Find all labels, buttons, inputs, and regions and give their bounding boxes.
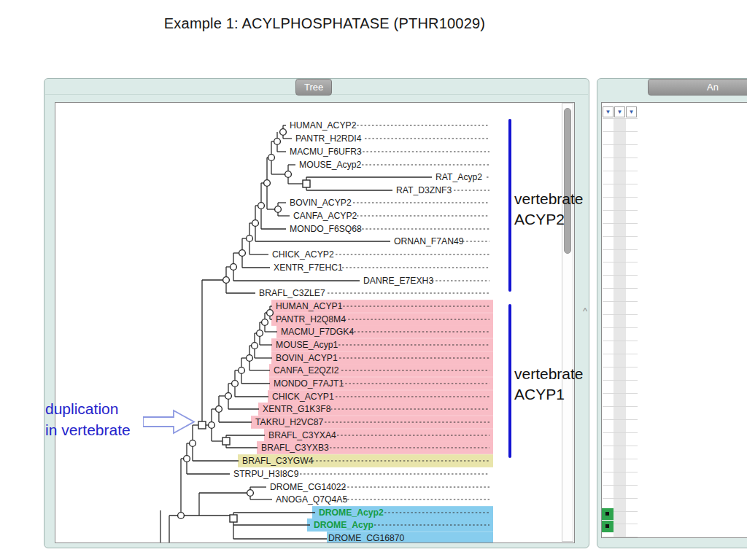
annotation-grid-line — [603, 380, 638, 381]
annotation-mark-green[interactable] — [602, 521, 614, 532]
annotation-grid-line — [603, 446, 638, 446]
tree-leaf-label[interactable]: CHICK_ACYP2 — [272, 249, 334, 260]
annotation-grid-line — [603, 354, 638, 354]
panel-divider-chevron-icon[interactable]: ^ — [583, 306, 587, 316]
speciation-node-icon[interactable] — [275, 206, 282, 213]
speciation-node-icon[interactable] — [257, 330, 263, 337]
annotation-grid-line — [603, 485, 638, 486]
tree-scrollbar-thumb[interactable] — [564, 108, 571, 254]
annotation-grid-line — [603, 223, 638, 224]
tree-leaf-label[interactable]: XENTR_G1K3F8 — [263, 404, 331, 414]
speciation-node-icon[interactable] — [285, 171, 292, 178]
annotation-mark-green[interactable] — [602, 508, 614, 520]
tree-leaf-label[interactable]: DANRE_E7EXH3 — [363, 276, 433, 286]
duplication-node-icon[interactable] — [222, 438, 230, 445]
speciation-node-icon[interactable] — [258, 203, 265, 209]
tree-leaf-label[interactable]: CANFA_E2QZI2 — [274, 365, 339, 376]
tab-tree[interactable]: Tree — [295, 79, 332, 96]
column-filter-dropdown-triangle-icon[interactable]: ▼ — [614, 106, 625, 117]
annotation-grid-line — [603, 314, 638, 315]
speciation-node-icon[interactable] — [247, 236, 253, 242]
annotation-grid-line — [603, 327, 638, 328]
annotation-grid-line — [603, 144, 638, 145]
annotation-grid-line — [603, 131, 638, 132]
tree-leaf-label[interactable]: TAKRU_H2VC87 — [255, 417, 323, 427]
column-filter-dropdown-triangle-icon[interactable]: ▼ — [626, 106, 637, 117]
tree-leaf-label[interactable]: BRAFL_C3YGW4 — [242, 456, 314, 466]
annotation-grid-line — [603, 472, 638, 472]
annotation-grid-line — [603, 406, 638, 407]
speciation-node-icon[interactable] — [209, 422, 215, 429]
tab-annotations[interactable]: An — [648, 79, 747, 96]
speciation-node-icon[interactable] — [280, 129, 287, 136]
speciation-node-icon[interactable] — [247, 355, 253, 362]
tree-leaf-label[interactable]: BOVIN_ACYP1 — [276, 353, 338, 363]
tree-leaf-label[interactable]: CANFA_ACYP2 — [293, 211, 357, 221]
annotation-grid-line — [603, 537, 638, 537]
tree-leaf-label[interactable]: MACMU_F7DGK4 — [281, 327, 354, 337]
tree-leaf-label[interactable]: DROME_Acyp — [314, 520, 374, 530]
clade-bracket-acyp2 — [508, 119, 511, 292]
speciation-node-icon[interactable] — [184, 456, 190, 462]
tree-leaf-label[interactable]: BRAFL_C3ZLE7 — [259, 288, 325, 298]
speciation-node-icon[interactable] — [239, 368, 245, 374]
annotation-grid-line — [603, 118, 638, 119]
tree-leaf-label[interactable]: RAT_Acyp2 — [436, 172, 482, 182]
tree-leaf-label[interactable]: DROME_CG14022 — [270, 482, 347, 492]
duplication-node-icon[interactable] — [230, 515, 237, 522]
phylogenetic-tree-canvas[interactable]: HUMAN_ACYP2PANTR_H2RDI4MACMU_F6UFR3MOUSE… — [55, 103, 574, 542]
tree-leaf-label[interactable]: ORNAN_F7AN49 — [394, 236, 464, 246]
clade-bracket-acyp1 — [508, 304, 511, 458]
annotation-grid-line — [603, 158, 638, 158]
speciation-node-icon[interactable] — [268, 155, 275, 161]
clade-label-acyp2: vertebrate ACYP2 — [514, 189, 584, 230]
speciation-node-icon[interactable] — [232, 381, 239, 387]
tree-scrollbar[interactable] — [562, 103, 573, 542]
annotation-grid-line — [603, 288, 638, 289]
speciation-node-icon[interactable] — [223, 277, 230, 284]
speciation-node-icon[interactable] — [178, 513, 185, 519]
tree-leaf-label[interactable]: MOUSE_Acyp2 — [299, 160, 362, 170]
duplication-node-icon[interactable] — [303, 180, 310, 187]
annotation-grid-line — [603, 275, 638, 276]
tree-leaf-label[interactable]: HUMAN_ACYP1 — [276, 301, 343, 311]
tree-leaf-label[interactable]: ANOGA_Q7Q4A5 — [276, 494, 347, 505]
duplication-node-icon[interactable] — [198, 421, 206, 429]
speciation-node-icon[interactable] — [190, 440, 196, 447]
speciation-node-icon[interactable] — [225, 393, 232, 400]
speciation-node-icon[interactable] — [274, 139, 281, 145]
speciation-node-icon[interactable] — [231, 264, 237, 271]
annotation-grid-line — [603, 262, 638, 262]
clade-label-acyp1: vertebrate ACYP1 — [514, 364, 584, 405]
tree-leaf-label[interactable]: DROME_CG16870 — [328, 533, 405, 542]
annotation-grid-line — [603, 498, 638, 499]
speciation-node-icon[interactable] — [252, 220, 259, 227]
speciation-node-icon[interactable] — [239, 250, 246, 257]
tree-leaf-label[interactable]: BOVIN_ACYP2 — [290, 198, 352, 208]
annotation-grid-line — [603, 236, 638, 237]
tree-leaf-label[interactable]: MACMU_F6UFR3 — [290, 147, 362, 157]
tree-leaf-label[interactable]: STRPU_H3I8C9 — [233, 469, 299, 479]
tree-leaf-label[interactable]: HUMAN_ACYP2 — [290, 120, 357, 131]
annotation-grid-line — [603, 367, 638, 368]
tree-leaf-label[interactable]: BRAFL_C3YXB3 — [261, 443, 329, 453]
speciation-node-icon[interactable] — [262, 319, 268, 326]
tree-leaf-label[interactable]: XENTR_F7EHC1 — [274, 262, 343, 273]
annotation-grid-line — [603, 184, 638, 184]
tree-leaf-label[interactable]: DROME_Acyp2 — [319, 508, 384, 518]
tree-leaf-label[interactable]: CHICK_ACYP1 — [272, 392, 334, 402]
annotation-grid-line — [603, 432, 638, 433]
tree-leaf-label[interactable]: MONDO_F6SQ68 — [290, 224, 362, 234]
speciation-node-icon[interactable] — [252, 343, 258, 349]
tree-leaf-label[interactable]: RAT_D3ZNF3 — [396, 185, 452, 195]
speciation-node-icon[interactable] — [247, 490, 254, 497]
speciation-node-icon[interactable] — [216, 406, 222, 413]
tree-leaf-label[interactable]: BRAFL_C3YXA4 — [268, 430, 336, 440]
tree-leaf-label[interactable]: PANTR_H2RDI4 — [295, 133, 362, 144]
speciation-node-icon[interactable] — [264, 180, 271, 187]
column-filter-dropdown-triangle-icon[interactable]: ▼ — [603, 106, 614, 117]
tree-leaf-label[interactable]: MONDO_F7AJT1 — [274, 378, 344, 389]
tree-leaf-label[interactable]: PANTR_H2Q8M4 — [276, 314, 346, 324]
tree-leaf-label[interactable]: MOUSE_Acyp1 — [276, 340, 338, 350]
speciation-node-icon[interactable] — [267, 310, 274, 316]
